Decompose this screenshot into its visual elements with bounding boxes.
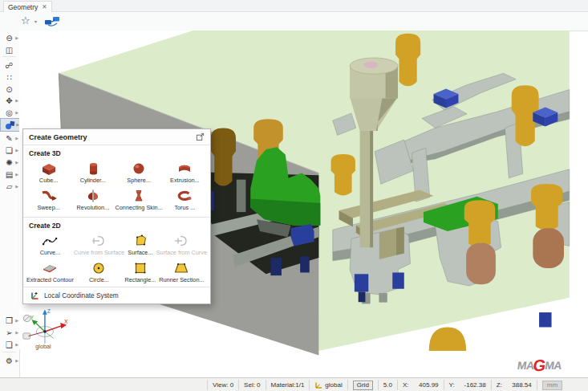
tab-geometry[interactable]: Geometry ✕ <box>3 1 52 12</box>
favorites-dropdown-icon[interactable]: ▾ <box>34 18 37 24</box>
torus-icon <box>175 188 194 204</box>
annotate-icon[interactable]: ❐▶ <box>0 315 18 326</box>
panel-item-extrusion[interactable]: Extrusion... <box>163 159 207 186</box>
panel-item-extracted-contour[interactable]: Extracted Contour <box>26 259 74 286</box>
point-list-icon[interactable]: ∷ <box>0 71 18 83</box>
runner-section-icon <box>172 260 191 276</box>
panel-item-curve[interactable]: Curve... <box>26 231 74 259</box>
local-coordinate-system-item[interactable]: Local Coordinate System <box>23 287 210 303</box>
measure-link-icon[interactable]: ☍ <box>0 59 18 71</box>
surface-icon <box>131 233 150 249</box>
favorites-icon[interactable]: ☆ <box>21 14 30 26</box>
panel-item-runner-section[interactable]: Runner Section... <box>156 259 207 286</box>
sweep-icon <box>39 188 59 204</box>
duplicate-icon[interactable]: ❏▶ <box>0 145 18 156</box>
status-bar: View: 0 Sel: 0 Material:1/1 global Grid … <box>0 377 588 391</box>
clip-plane-icon[interactable]: ◫ <box>0 44 18 55</box>
curve-from-surface-icon <box>89 233 108 249</box>
status-coordinate-system[interactable]: global <box>309 380 347 390</box>
status-z: Z:388.54 <box>491 380 537 390</box>
main-toolbar: ☆ ▾ <box>0 12 588 31</box>
snap-target-icon[interactable]: ◎▶ <box>0 107 18 118</box>
revolution-icon <box>83 188 103 204</box>
panel-item-curve-from-surface: Curve from Surface <box>74 231 124 259</box>
panel-item-cylinder[interactable]: Cylinder... <box>71 159 115 186</box>
circle-icon <box>89 260 108 276</box>
workflow-icon[interactable] <box>44 14 62 27</box>
cylinder-icon <box>83 161 103 177</box>
panel-item-revolution[interactable]: Revolution... <box>71 186 115 214</box>
panel-item-sphere[interactable]: Sphere... <box>116 159 163 186</box>
create-geometry-icon[interactable]: ▶ <box>0 118 20 132</box>
section-icon[interactable]: ▤▶ <box>0 169 18 180</box>
cs-axes-icon <box>314 381 322 389</box>
status-material: Material:1/1 <box>266 380 310 390</box>
status-selection: Sel: 0 <box>238 380 265 390</box>
popout-icon[interactable] <box>196 132 205 141</box>
tab-bar: Geometry ✕ <box>0 0 588 12</box>
axes-cs-label: global <box>35 344 51 350</box>
close-icon[interactable]: ✕ <box>42 4 47 10</box>
tab-label: Geometry <box>8 3 38 11</box>
status-y: Y:-162.38 <box>444 380 491 390</box>
pattern-icon[interactable]: ✺▶ <box>0 157 18 168</box>
panel-item-circle[interactable]: Circle... <box>74 259 124 286</box>
tag-icon[interactable]: ▱▶ <box>0 181 18 192</box>
status-grid-size[interactable]: 5.0 <box>378 380 397 390</box>
status-unit: mm <box>537 380 567 390</box>
panel-item-cube[interactable]: Cube... <box>26 159 71 186</box>
local-coordinate-system-icon <box>30 291 39 300</box>
unit-box: mm <box>542 381 562 390</box>
transform-move-icon[interactable]: ✥▶ <box>0 95 18 106</box>
toolbar-divider <box>2 352 16 352</box>
sphere-icon <box>129 161 148 177</box>
cube-icon <box>39 161 59 177</box>
status-grid[interactable]: Grid <box>347 380 378 390</box>
vertex-icon[interactable]: ⊙ <box>0 83 18 95</box>
panel-item-surface[interactable]: Surface... <box>124 231 156 259</box>
curve-icon <box>40 233 59 249</box>
panel-item-connecting-skin[interactable]: Connecting Skin... <box>116 186 163 214</box>
axis-z-label: Z <box>47 308 51 314</box>
create-geometry-panel: Create Geometry Create 3D Cube... Cylind… <box>22 128 211 304</box>
pick-cursor-icon[interactable]: ➢▶ <box>0 327 18 338</box>
rectangle-icon <box>131 260 150 276</box>
panel-title: Create Geometry <box>29 133 87 141</box>
panel-item-sweep[interactable]: Sweep... <box>26 186 71 214</box>
settings-gear-icon[interactable]: ⚙▶ <box>0 355 18 366</box>
magma-geometry-window: Geometry ✕ ☆ ▾ ⊖▶ ◫ ☍ ∷ ⊙ ✥▶ ◎▶ ▶ ✎▶ ❏▶ … <box>0 0 588 391</box>
connecting-skin-icon <box>129 188 148 204</box>
axis-x-label: X <box>64 319 68 324</box>
select-mouse-icon[interactable]: ⊖▶ <box>0 32 18 43</box>
left-toolbar: ⊖▶ ◫ ☍ ∷ ⊙ ✥▶ ◎▶ ▶ ✎▶ ❏▶ ✺▶ ▤▶ ▱▶ ❐▶ ➢▶ … <box>0 31 20 377</box>
section-create-3d: Create 3D <box>23 145 210 158</box>
panel-item-torus[interactable]: Torus ... <box>163 186 207 214</box>
magma-logo: MAGMA <box>517 359 562 372</box>
status-x: X:405.99 <box>397 380 444 390</box>
extracted-contour-icon <box>40 260 59 276</box>
section-create-2d: Create 2D <box>23 218 210 230</box>
panel-item-rectangle[interactable]: Rectangle... <box>124 259 156 286</box>
toolbar-divider <box>2 56 16 57</box>
grid-button[interactable]: Grid <box>353 381 373 390</box>
status-view: View: 0 <box>207 380 238 390</box>
edit-geometry-icon[interactable]: ✎▶ <box>0 132 18 144</box>
surface-from-curve-icon <box>172 233 191 249</box>
panel-item-surface-from-curve: Surface from Curve <box>156 231 207 259</box>
extrusion-icon <box>175 161 194 177</box>
axis-y-label: Y <box>30 315 34 320</box>
sheet-icon[interactable]: ❑▶ <box>0 339 18 350</box>
